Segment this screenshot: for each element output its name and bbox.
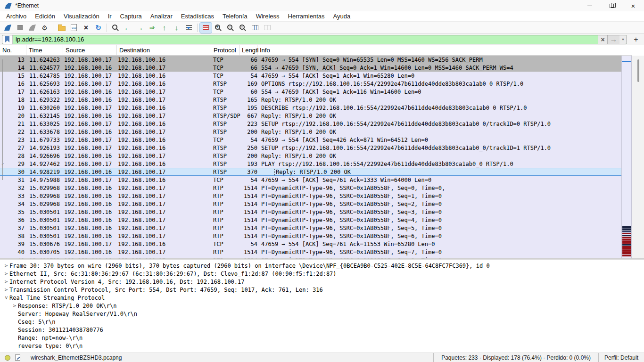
capture-comment-icon[interactable]: [15, 354, 20, 361]
start-capture-button[interactable]: [2, 23, 14, 33]
packet-row[interactable]: 3415.029968192.168.100.16192.168.100.17R…: [0, 200, 621, 208]
detail-line[interactable]: >Real Time Streaming Protocol: [0, 294, 644, 302]
close-file-button[interactable]: ×: [80, 23, 92, 33]
expand-icon[interactable]: >: [11, 303, 18, 309]
minimize-button[interactable]: [579, 0, 601, 11]
menu-item-herramientas[interactable]: Herramientas: [284, 13, 329, 20]
packet-row[interactable]: 3114.975988192.168.100.17192.168.100.16T…: [0, 176, 621, 184]
intelligent-scrollbar-minimap[interactable]: [621, 56, 632, 258]
zoom-in-button[interactable]: +: [212, 23, 224, 33]
packet-row[interactable]: 1611.625693192.168.100.17192.168.100.16R…: [0, 80, 621, 88]
packet-row[interactable]: 1411.624577192.168.100.16192.168.100.17T…: [0, 64, 621, 72]
detail-line[interactable]: >Ethernet II, Src: 6c:31:80:36:29:67 (6c…: [0, 270, 644, 278]
packet-row[interactable]: 3515.030501192.168.100.16192.168.100.17R…: [0, 208, 621, 216]
column-header-time[interactable]: Time: [26, 45, 63, 55]
find-packet-button[interactable]: [109, 23, 121, 33]
packet-row[interactable]: 1911.630260192.168.100.17192.168.100.16R…: [0, 104, 621, 112]
zoom-out-button[interactable]: −: [224, 23, 236, 33]
profile-label[interactable]: Perfil: Default: [598, 353, 644, 362]
detail-line[interactable]: Cseq: 5\r\n: [0, 318, 644, 326]
expert-info-icon[interactable]: [5, 355, 10, 361]
packet-row[interactable]: 2714.926193192.168.100.17192.168.100.16R…: [0, 144, 621, 152]
menu-item-edición[interactable]: Edición: [31, 13, 59, 20]
detail-line[interactable]: reverse_type: 0\r\n: [0, 342, 644, 350]
menu-item-ayuda[interactable]: Ayuda: [329, 13, 355, 20]
open-file-button[interactable]: [56, 23, 67, 33]
packet-row[interactable]: 1711.626163192.168.100.16192.168.100.17T…: [0, 88, 621, 96]
packet-row[interactable]: 2111.633025192.168.100.17192.168.100.16R…: [0, 120, 621, 128]
filter-clear-button[interactable]: ×: [598, 35, 607, 44]
column-header-proto[interactable]: Protocol: [211, 45, 239, 55]
menu-item-ir[interactable]: Ir: [104, 13, 116, 20]
packet-row[interactable]: 1811.629322192.168.100.16192.168.100.17R…: [0, 96, 621, 104]
packet-row[interactable]: 2814.926696192.168.100.16192.168.100.17R…: [0, 152, 621, 160]
menu-item-archivo[interactable]: Archivo: [2, 13, 31, 20]
column-header-src[interactable]: Source: [63, 45, 117, 55]
packet-row[interactable]: 3215.029968192.168.100.16192.168.100.17R…: [0, 184, 621, 192]
collapse-icon[interactable]: >: [3, 295, 9, 301]
expand-icon[interactable]: >: [3, 263, 9, 269]
detail-line[interactable]: Session: 3011214038780776: [0, 326, 644, 334]
go-back-button[interactable]: ←: [122, 23, 133, 33]
packet-row[interactable]: 3315.029968192.168.100.16192.168.100.17R…: [0, 192, 621, 200]
auto-scroll-button[interactable]: [183, 23, 195, 33]
vertical-scrollbar[interactable]: [632, 56, 644, 258]
number-columns-button[interactable]: [261, 23, 273, 33]
detail-line[interactable]: >Response: RTSP/1.0 200 OK\r\n: [0, 302, 644, 310]
packet-row[interactable]: 3915.030676192.168.100.17192.168.100.16T…: [0, 240, 621, 248]
column-header-info[interactable]: Info: [257, 45, 632, 55]
packet-row[interactable]: 2311.679733192.168.100.17192.168.100.16T…: [0, 136, 621, 144]
menu-item-analizar[interactable]: Analizar: [146, 13, 177, 20]
filter-bookmark-button[interactable]: [2, 35, 13, 44]
packet-row[interactable]: 2211.633678192.168.100.16192.168.100.17R…: [0, 128, 621, 136]
stop-capture-button[interactable]: [14, 23, 26, 33]
filter-add-button[interactable]: +: [631, 35, 641, 44]
packet-row[interactable]: ✓2914.927462192.168.100.17192.168.100.16…: [0, 160, 621, 168]
restore-button[interactable]: [601, 0, 622, 11]
related-packet-gutter: [0, 248, 6, 256]
packet-destination-cell: 192.168.100.17: [117, 257, 211, 259]
menu-item-captura[interactable]: Captura: [116, 13, 146, 20]
packet-row[interactable]: 3815.030501192.168.100.16192.168.100.17R…: [0, 232, 621, 240]
packet-row[interactable]: 1511.624785192.168.100.17192.168.100.16T…: [0, 72, 621, 80]
menu-item-visualización[interactable]: Visualización: [59, 13, 104, 20]
packet-row[interactable]: 2011.632145192.168.100.16192.168.100.17R…: [0, 112, 621, 120]
packet-row[interactable]: 3615.030501192.168.100.16192.168.100.17R…: [0, 216, 621, 224]
packet-row[interactable]: 3014.928219192.168.100.16192.168.100.17R…: [0, 168, 621, 176]
close-button[interactable]: ×: [622, 0, 644, 11]
packet-protocol-cell: TCP: [211, 65, 239, 71]
column-header-len[interactable]: Lengtl: [239, 45, 257, 55]
resize-columns-button[interactable]: [249, 23, 261, 33]
column-header-no[interactable]: No.: [0, 45, 26, 55]
go-to-bottom-button[interactable]: ↓: [171, 23, 182, 33]
packet-row[interactable]: 4115.030733192.168.100.16192.168.100.17R…: [0, 256, 621, 258]
go-to-top-button[interactable]: ↑: [158, 23, 170, 33]
expand-icon[interactable]: >: [3, 279, 9, 285]
expand-icon[interactable]: >: [3, 287, 9, 293]
scrollbar-thumb[interactable]: [637, 59, 639, 82]
menu-item-telefonía[interactable]: Telefonía: [218, 13, 252, 20]
menu-item-wireless[interactable]: Wireless: [252, 13, 284, 20]
reload-file-button[interactable]: ↻: [92, 23, 104, 33]
filter-dropdown-caret[interactable]: ▼: [619, 35, 627, 44]
detail-line[interactable]: Range: npt=now-\r\n: [0, 334, 644, 342]
packet-row[interactable]: 4015.030705192.168.100.16192.168.100.17R…: [0, 248, 621, 256]
packet-row[interactable]: 3715.030501192.168.100.16192.168.100.17R…: [0, 224, 621, 232]
packet-row[interactable]: 1311.624263192.168.100.17192.168.100.16T…: [0, 56, 621, 64]
go-forward-button[interactable]: →: [134, 23, 146, 33]
go-to-packet-button[interactable]: ⇒: [146, 23, 158, 33]
display-filter-input[interactable]: [13, 35, 598, 44]
column-header-dst[interactable]: Destination: [117, 45, 211, 55]
menu-item-estadísticas[interactable]: Estadísticas: [177, 13, 218, 20]
colorize-button[interactable]: [200, 23, 212, 33]
save-file-button[interactable]: [68, 23, 80, 33]
detail-line[interactable]: >Frame 30: 370 bytes on wire (2960 bits)…: [0, 262, 644, 270]
capture-options-button[interactable]: ⚙: [39, 23, 50, 33]
zoom-normal-button[interactable]: =: [237, 23, 248, 33]
expand-icon[interactable]: >: [3, 271, 9, 277]
detail-line[interactable]: Server: Hopeway RealServer/V1.0\r\n: [0, 310, 644, 318]
filter-apply-button[interactable]: →: [607, 35, 619, 44]
restart-capture-button[interactable]: [26, 23, 38, 33]
detail-line[interactable]: >Transmission Control Protocol, Src Port…: [0, 286, 644, 294]
detail-line[interactable]: >Internet Protocol Version 4, Src: 192.1…: [0, 278, 644, 286]
